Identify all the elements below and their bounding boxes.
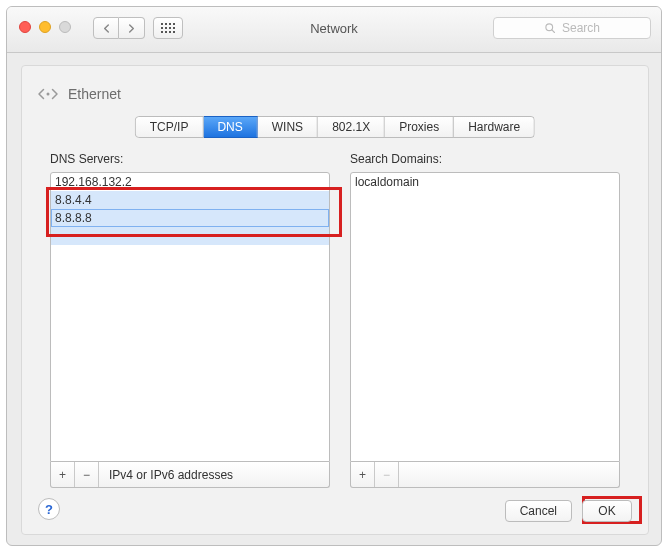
cancel-button[interactable]: Cancel <box>505 500 572 522</box>
titlebar: Network Search <box>7 7 661 53</box>
tab-hardware[interactable]: Hardware <box>454 116 535 138</box>
search-domain-row[interactable]: localdomain <box>351 173 619 191</box>
search-icon <box>544 22 556 34</box>
ethernet-icon <box>36 84 60 104</box>
search-domains-column: Search Domains: localdomain + − <box>350 152 620 488</box>
forward-button[interactable] <box>119 17 145 39</box>
grid-icon <box>161 23 175 33</box>
back-button[interactable] <box>93 17 119 39</box>
add-dns-server-button[interactable]: + <box>51 462 75 487</box>
search-domains-list[interactable]: localdomain <box>350 172 620 462</box>
tab-dns[interactable]: DNS <box>203 116 257 138</box>
dns-server-row-empty[interactable] <box>51 227 329 245</box>
add-search-domain-button[interactable]: + <box>351 462 375 487</box>
dialog-buttons: Cancel OK <box>505 500 632 522</box>
dns-servers-toolbar: + − IPv4 or IPv6 addresses <box>50 462 330 488</box>
window-title: Network <box>310 21 358 36</box>
search-field[interactable]: Search <box>493 17 651 39</box>
dns-server-row-editing[interactable]: 8.8.8.8 <box>51 209 329 227</box>
tab-8021x[interactable]: 802.1X <box>318 116 385 138</box>
search-domains-toolbar: + − <box>350 462 620 488</box>
search-placeholder: Search <box>562 21 600 35</box>
window: Network Search Ethernet TCP/IP DNS WINS … <box>6 6 662 546</box>
minimize-window-button[interactable] <box>39 21 51 33</box>
dns-server-row[interactable]: 8.8.4.4 <box>51 191 329 209</box>
zoom-window-button[interactable] <box>59 21 71 33</box>
ok-button[interactable]: OK <box>582 500 632 522</box>
dns-servers-column: DNS Servers: 192.168.132.2 8.8.4.4 8.8.8… <box>50 152 330 488</box>
help-button[interactable]: ? <box>38 498 60 520</box>
svg-line-1 <box>552 30 555 33</box>
tab-proxies[interactable]: Proxies <box>385 116 454 138</box>
dns-server-row[interactable]: 192.168.132.2 <box>51 173 329 191</box>
show-all-prefs-button[interactable] <box>153 17 183 39</box>
tabs: TCP/IP DNS WINS 802.1X Proxies Hardware <box>135 116 535 138</box>
interface-name: Ethernet <box>68 86 121 102</box>
tab-wins[interactable]: WINS <box>258 116 318 138</box>
nav-back-forward <box>93 17 145 39</box>
settings-panel: Ethernet TCP/IP DNS WINS 802.1X Proxies … <box>21 65 649 535</box>
svg-point-2 <box>47 93 50 96</box>
window-traffic-lights <box>19 21 71 33</box>
dns-servers-hint: IPv4 or IPv6 addresses <box>99 468 233 482</box>
dns-servers-label: DNS Servers: <box>50 152 330 166</box>
tab-tcpip[interactable]: TCP/IP <box>135 116 204 138</box>
remove-dns-server-button[interactable]: − <box>75 462 99 487</box>
dns-servers-list[interactable]: 192.168.132.2 8.8.4.4 8.8.8.8 <box>50 172 330 462</box>
search-domains-label: Search Domains: <box>350 152 620 166</box>
interface-header: Ethernet <box>36 84 121 104</box>
close-window-button[interactable] <box>19 21 31 33</box>
remove-search-domain-button[interactable]: − <box>375 462 399 487</box>
